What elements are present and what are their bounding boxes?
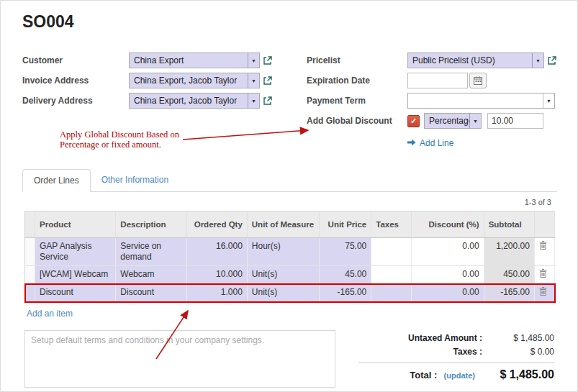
- totals-block: Untaxed Amount : $ 1,485.00 Taxes : $ 0.…: [358, 333, 554, 385]
- order-line-row[interactable]: GAP Analysis Service Service on demand 1…: [25, 238, 555, 266]
- chevron-down-icon[interactable]: ▼: [543, 94, 554, 108]
- expiration-date-row: Expiration Date: [307, 73, 559, 88]
- trash-icon[interactable]: [539, 287, 547, 298]
- delivery-address-row: Delivery Address China Export, Jacob Tay…: [22, 93, 307, 109]
- global-discount-label: Add Global Discount: [307, 116, 407, 126]
- customer-value: China Export: [130, 53, 248, 68]
- taxes-value: $ 0.00: [482, 347, 554, 357]
- cell-product[interactable]: GAP Analysis Service: [35, 238, 116, 266]
- cell-product[interactable]: Discount: [35, 284, 116, 302]
- global-discount-row: Add Global Discount ✓ Percentage ▼: [307, 113, 559, 129]
- cell-price[interactable]: 45.00: [320, 266, 371, 284]
- notebook-tabs: Order Lines Other Information: [22, 169, 557, 192]
- check-icon: ✓: [410, 117, 417, 126]
- customer-label: Customer: [22, 55, 129, 65]
- cell-discount[interactable]: 0.00: [412, 266, 484, 284]
- cell-description[interactable]: Service on demand: [116, 238, 186, 266]
- total-label: Total :: [410, 370, 437, 380]
- update-link[interactable]: (update): [444, 371, 475, 380]
- cell-taxes[interactable]: [371, 266, 412, 284]
- discount-type-value: Percentage: [425, 114, 469, 128]
- cell-qty[interactable]: 16.000: [186, 238, 247, 266]
- col-discount: Discount (%): [412, 211, 484, 238]
- discount-amount-input[interactable]: [487, 113, 543, 129]
- cell-description[interactable]: Webcam: [116, 266, 186, 284]
- cell-uom[interactable]: Unit(s): [247, 284, 319, 302]
- col-ordered-qty: Ordered Qty: [186, 211, 247, 238]
- external-link-icon[interactable]: [547, 56, 556, 65]
- delivery-address-field[interactable]: China Export, Jacob Taylor ▼: [129, 93, 260, 109]
- trash-icon[interactable]: [539, 241, 547, 252]
- col-unit-price: Unit Price: [320, 211, 371, 238]
- untaxed-label: Untaxed Amount :: [358, 333, 482, 343]
- external-link-icon[interactable]: [263, 76, 272, 86]
- taxes-row: Taxes : $ 0.00: [358, 347, 554, 357]
- invoice-address-field[interactable]: China Export, Jacob Taylor ▼: [129, 73, 260, 88]
- cell-subtotal: 1,200.00: [484, 238, 534, 266]
- cell-description[interactable]: Discount: [116, 284, 186, 302]
- chevron-down-icon[interactable]: ▼: [248, 73, 259, 88]
- invoice-address-row: Invoice Address China Export, Jacob Tayl…: [22, 73, 307, 88]
- col-product: Product: [35, 211, 116, 238]
- cell-qty[interactable]: 1.000: [186, 284, 247, 302]
- cell-qty[interactable]: 10.000: [186, 266, 247, 284]
- invoice-address-value: China Export, Jacob Taylor: [130, 73, 248, 88]
- totals-divider: [358, 363, 554, 363]
- cell-delete: [534, 238, 554, 266]
- pager: 1-3 of 3: [525, 198, 551, 206]
- external-link-icon[interactable]: [263, 96, 272, 106]
- cell-taxes[interactable]: [371, 238, 412, 266]
- cell-discount[interactable]: 0.00: [412, 238, 484, 266]
- order-line-row[interactable]: [WCAM] Webcam Webcam 10.000 Unit(s) 45.0…: [25, 266, 555, 284]
- form-right-column: Pricelist Public Pricelist (USD) ▼ Expir…: [307, 53, 559, 153]
- pricelist-row: Pricelist Public Pricelist (USD) ▼: [307, 53, 559, 68]
- cell-price[interactable]: -165.00: [320, 284, 371, 302]
- add-item-row: Add an item: [24, 302, 555, 324]
- cell-delete: [534, 284, 554, 302]
- row-handle: [25, 266, 35, 284]
- chevron-down-icon[interactable]: ▼: [469, 114, 481, 128]
- calendar-icon[interactable]: [469, 73, 487, 88]
- chevron-down-icon[interactable]: ▼: [248, 53, 259, 68]
- cell-price[interactable]: 75.00: [320, 238, 371, 266]
- order-line-row-discount[interactable]: Discount Discount 1.000 Unit(s) -165.00 …: [25, 284, 555, 302]
- customer-field[interactable]: China Export ▼: [129, 53, 260, 68]
- tab-order-lines[interactable]: Order Lines: [22, 169, 91, 192]
- cell-uom[interactable]: Hour(s): [247, 238, 319, 266]
- untaxed-row: Untaxed Amount : $ 1,485.00: [358, 333, 554, 343]
- cell-taxes[interactable]: [371, 284, 412, 302]
- total-value: $ 1,485.00: [475, 368, 554, 381]
- add-line-row: Add Line: [307, 133, 559, 149]
- cell-uom[interactable]: Unit(s): [247, 266, 319, 284]
- tab-other-information[interactable]: Other Information: [91, 169, 179, 191]
- page-title: SO004: [22, 12, 74, 32]
- add-line-arrow-icon: [407, 138, 416, 148]
- payment-term-field[interactable]: ▼: [407, 93, 555, 109]
- customer-row: Customer China Export ▼: [22, 53, 307, 68]
- total-row: Total : (update) $ 1,485.00: [358, 368, 554, 381]
- chevron-down-icon[interactable]: ▼: [248, 94, 259, 108]
- col-subtotal: Subtotal: [484, 211, 534, 238]
- expiration-date-input[interactable]: [407, 73, 468, 88]
- add-an-item-link[interactable]: Add an item: [27, 309, 73, 319]
- add-line-button[interactable]: Add Line: [407, 138, 453, 148]
- discount-type-select[interactable]: Percentage ▼: [424, 113, 482, 129]
- terms-textarea[interactable]: [24, 330, 335, 388]
- external-link-icon[interactable]: [263, 56, 272, 65]
- annotation-global-discount: Apply Global Discount Based on Percentag…: [60, 129, 179, 150]
- pricelist-field[interactable]: Public Pricelist (USD) ▼: [407, 53, 544, 68]
- trash-icon[interactable]: [539, 269, 547, 281]
- delivery-address-value: China Export, Jacob Taylor: [130, 94, 248, 108]
- chevron-down-icon[interactable]: ▼: [532, 53, 543, 68]
- total-label-group: Total : (update): [358, 370, 475, 380]
- col-delete: [534, 211, 554, 238]
- cell-subtotal: -165.00: [484, 284, 534, 302]
- payment-term-value: [408, 94, 543, 108]
- col-unit-of-measure: Unit of Measure: [247, 211, 319, 238]
- cell-delete: [534, 266, 554, 284]
- taxes-label: Taxes :: [358, 347, 482, 357]
- global-discount-checkbox[interactable]: ✓: [407, 115, 420, 127]
- cell-discount[interactable]: 0.00: [412, 284, 484, 302]
- table-header-row: Product Description Ordered Qty Unit of …: [25, 211, 555, 238]
- cell-product[interactable]: [WCAM] Webcam: [35, 266, 116, 284]
